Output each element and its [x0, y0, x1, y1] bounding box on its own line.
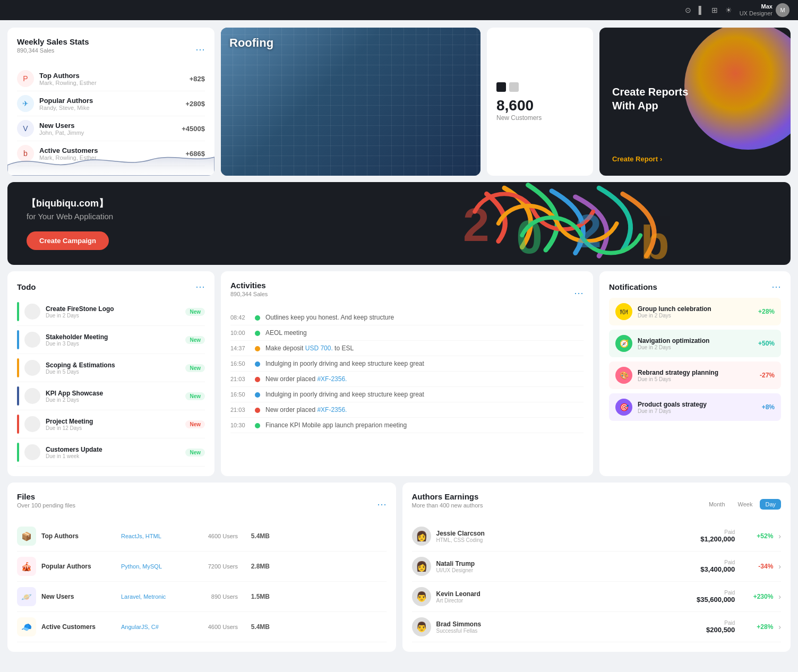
notif-item-2: 🧭 Navigation optimization Due in 2 Days …: [609, 330, 781, 357]
notifications-title: Notifications: [609, 282, 657, 291]
create-reports-card: Create ReportsWith App Create Report ›: [599, 28, 791, 176]
todo-item-3: Scoping & Estimations Due in 5 Days New: [17, 354, 205, 382]
activity-item-5: 21:03 New order placed #XF-2356.: [230, 372, 584, 387]
todo-task-1: Create FireStone Logo: [46, 305, 180, 313]
search-icon[interactable]: ⊙: [685, 6, 691, 14]
todo-list: Create FireStone Logo Due in 2 Days New …: [17, 298, 205, 467]
author-paid-label-4: Paid: [706, 620, 735, 626]
act-link-2[interactable]: #XF-2356.: [317, 375, 347, 383]
user-name-display: Max UX Designer: [740, 3, 773, 17]
campaign-banner: 【biqubiqu.com】 for Your Web Application …: [7, 182, 791, 265]
todo-dot-3: [17, 358, 19, 377]
author-pct-4: +28%: [746, 623, 773, 631]
files-list: 📦 Top Authors ReactJs, HTML 4600 Users 5…: [17, 521, 387, 642]
author-pct-1: +52%: [746, 532, 773, 540]
notif-due-4: Due in 7 Days: [638, 408, 757, 414]
file-name-2: Popular Authors: [41, 563, 116, 570]
weekly-sales-card: Weekly Sales Stats 890,344 Sales ⋯ P Top…: [7, 28, 214, 176]
author-pct-3: +230%: [746, 593, 773, 600]
todo-avatar-1: [24, 304, 40, 320]
act-link-1[interactable]: USD 700.: [305, 344, 333, 352]
row-4: Files Over 100 pending files ⋯ 📦 Top Aut…: [7, 483, 791, 652]
notif-icon-2: 🧭: [615, 335, 632, 352]
author-avatar-1: 👩: [412, 527, 431, 546]
act-text-2: AEOL meeting: [265, 329, 307, 337]
act-text-8: Finance KPI Mobile app launch preparion …: [265, 421, 407, 429]
file-users-3: 890 Users: [190, 593, 238, 600]
apps-icon[interactable]: ⊞: [711, 6, 718, 14]
author-role-2: UI/UX Designer: [436, 567, 696, 573]
todo-menu[interactable]: ⋯: [195, 281, 205, 292]
author-row-4: 👨 Brad Simmons Successful Fellas Paid $2…: [412, 612, 782, 642]
svg-text:b: b: [640, 216, 669, 265]
author-arrow-2[interactable]: ›: [778, 562, 781, 571]
svg-text:0: 0: [516, 210, 543, 263]
svg-text:2: 2: [463, 198, 490, 251]
notifications-menu[interactable]: ⋯: [771, 281, 781, 292]
todo-item-6: Customers Update Due in 1 week New: [17, 438, 205, 467]
todo-task-3: Scoping & Estimations: [46, 361, 180, 369]
user-profile[interactable]: Max UX Designer M: [740, 3, 790, 17]
file-row-3: 🪐 New Users Laravel, Metronic 890 Users …: [17, 582, 387, 612]
notif-pct-4: +8%: [762, 403, 775, 411]
author-pct-2: -34%: [746, 563, 773, 570]
files-menu[interactable]: ⋯: [377, 498, 387, 510]
file-tags-4: AngularJS, C#: [121, 624, 185, 630]
todo-card: Todo ⋯ Create FireStone Logo Due in 2 Da…: [7, 271, 214, 476]
author-role-4: Successful Fellas: [436, 628, 701, 634]
file-users-4: 4600 Users: [190, 624, 238, 630]
stat-val-popular-authors: +280$: [185, 100, 205, 108]
todo-task-5: Project Meeting: [46, 418, 180, 425]
todo-dot-5: [17, 415, 19, 434]
author-paid-val-2: $3,400,000: [700, 565, 735, 573]
sq-dark: [496, 82, 506, 92]
activities-menu[interactable]: ⋯: [574, 287, 584, 299]
todo-badge-2: New: [185, 336, 205, 344]
file-size-2: 2.8MB: [243, 563, 270, 570]
signal-icon[interactable]: ▌: [699, 6, 704, 14]
act-dot-1: [255, 315, 260, 321]
weekly-sales-menu[interactable]: ⋯: [195, 44, 205, 55]
report-title: Create ReportsWith App: [612, 85, 778, 113]
act-dot-3: [255, 346, 260, 351]
author-row-1: 👩 Jessie Clarcson HTML, CSS Coding Paid …: [412, 521, 782, 552]
activity-item-8: 10:30 Finance KPI Mobile app launch prep…: [230, 418, 584, 433]
act-link-3[interactable]: #XF-2356.: [317, 406, 347, 413]
author-role-1: HTML, CSS Coding: [436, 537, 696, 543]
file-icon-4: 🧢: [17, 617, 36, 636]
stat-popular-authors: ✈ Popular Authors Randy, Steve, Mike +28…: [17, 91, 205, 116]
author-arrow-3[interactable]: ›: [778, 592, 781, 601]
act-time-2: 10:00: [230, 330, 250, 336]
campaign-decoration: 2 0 2 b: [360, 182, 791, 265]
create-campaign-button[interactable]: Create Campaign: [27, 231, 109, 250]
act-time-5: 21:03: [230, 376, 250, 382]
todo-task-6: Customers Update: [46, 446, 180, 453]
file-tags-3: Laravel, Metronic: [121, 593, 185, 600]
author-arrow-4[interactable]: ›: [778, 623, 781, 631]
todo-avatar-2: [24, 332, 40, 348]
act-time-6: 16:50: [230, 391, 250, 398]
customers-count: 8,600: [496, 97, 584, 114]
act-text-6: Indulging in poorly driving and keep str…: [265, 391, 424, 398]
ae-tab-day[interactable]: Day: [760, 499, 781, 510]
todo-avatar-6: [24, 444, 40, 460]
notif-pct-1: +28%: [758, 308, 775, 315]
notif-pct-3: -27%: [760, 372, 775, 379]
create-report-link[interactable]: Create Report ›: [612, 155, 778, 163]
ae-tab-week[interactable]: Week: [733, 499, 758, 510]
sq-light: [509, 82, 519, 92]
author-arrow-1[interactable]: ›: [778, 532, 781, 540]
customers-label: New Customers: [496, 114, 584, 122]
todo-due-2: Due in 3 Days: [46, 341, 180, 347]
author-role-3: Art Director: [436, 598, 692, 604]
stat-name-top-authors: Top Authors: [39, 72, 184, 80]
avatar[interactable]: M: [776, 3, 790, 17]
act-dot-6: [255, 392, 260, 398]
ae-tab-month[interactable]: Month: [703, 499, 731, 510]
author-paid-label-3: Paid: [697, 590, 735, 596]
files-card: Files Over 100 pending files ⋯ 📦 Top Aut…: [7, 483, 396, 652]
wave-chart-svg: [7, 133, 214, 176]
author-avatar-4: 👨: [412, 617, 431, 636]
brightness-icon[interactable]: ☀: [725, 6, 732, 14]
authors-earnings-card: Authors Earnings More than 400 new autho…: [402, 483, 791, 652]
